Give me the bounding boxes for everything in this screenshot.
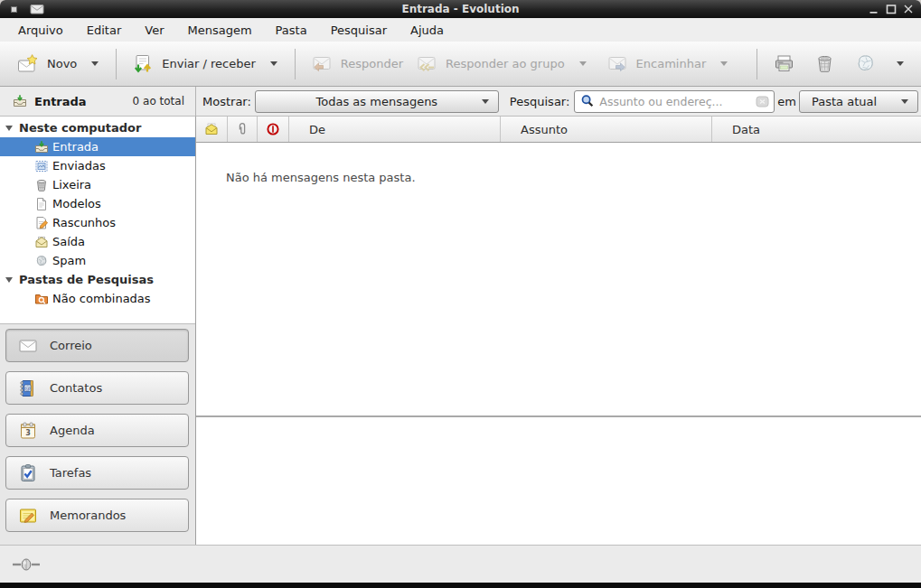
bottom-panel-strip: [0, 583, 921, 588]
print-icon: [773, 52, 795, 75]
delete-button[interactable]: [807, 48, 842, 79]
new-message-menu-button[interactable]: [83, 49, 107, 79]
toolbar: Novo Enviar / receber: [0, 42, 921, 87]
expander-icon[interactable]: [5, 126, 13, 131]
message-count: 0 ao total: [133, 95, 184, 107]
search-input[interactable]: [599, 95, 751, 108]
close-button[interactable]: [901, 3, 915, 16]
send-receive-icon: [132, 53, 154, 75]
maximize-button[interactable]: [884, 3, 898, 16]
switcher-correio-button[interactable]: Correio: [5, 329, 189, 362]
sidebar: Neste computador Entrada: [0, 117, 195, 545]
send-receive-menu-button[interactable]: [262, 49, 286, 79]
sidebar-item-label: Saída: [52, 235, 85, 248]
online-status-icon[interactable]: [12, 557, 41, 572]
reply-icon: [311, 53, 333, 75]
folder-group-pastas-de-pesquisas[interactable]: Pastas de Pesquisas: [0, 270, 195, 289]
switcher-label: Correio: [50, 339, 92, 352]
calendar-icon: 3: [18, 421, 38, 441]
column-label: De: [309, 123, 325, 136]
message-list: Não há mensagens nesta pasta.: [196, 143, 921, 415]
switcher-label: Tarefas: [50, 466, 91, 480]
toolbar-separator: [116, 49, 117, 79]
toolbar-overflow-button[interactable]: [888, 49, 912, 79]
column-de[interactable]: De: [289, 117, 501, 142]
titlebar: Entrada - Evolution: [0, 0, 921, 18]
preview-pane: [196, 417, 921, 545]
sidebar-item-rascunhos[interactable]: Rascunhos: [0, 213, 195, 232]
reply-all-icon: [416, 53, 437, 75]
switcher-tarefas-button[interactable]: Tarefas: [5, 456, 189, 490]
sidebar-item-entrada[interactable]: Entrada: [0, 137, 195, 156]
switcher-contatos-button[interactable]: @ Contatos: [5, 371, 189, 405]
menu-mensagem[interactable]: Mensagem: [176, 20, 264, 41]
pesquisar-label: Pesquisar:: [510, 95, 570, 108]
sidebar-item-nao-combinadas[interactable]: Não combinadas: [0, 289, 195, 308]
new-message-label: Novo: [47, 57, 77, 70]
priority-icon: [266, 122, 280, 136]
sidebar-item-enviadas[interactable]: Enviadas: [0, 156, 195, 175]
switcher-agenda-button[interactable]: 3 Agenda: [5, 414, 189, 447]
menu-pasta[interactable]: Pasta: [264, 20, 319, 41]
toolbar-overflow-icon: [897, 61, 904, 66]
search-scope-dropdown[interactable]: Pasta atual: [799, 90, 918, 113]
column-label: Data: [732, 123, 760, 136]
column-label: Assunto: [521, 123, 568, 136]
menu-arquivo[interactable]: Arquivo: [6, 20, 75, 41]
send-receive-button[interactable]: Enviar / receber: [126, 48, 262, 80]
chevron-down-icon: [720, 61, 728, 66]
message-area: De Assunto Data Não há mensagens nesta p…: [196, 117, 921, 545]
forward-menu-button[interactable]: [712, 49, 736, 79]
reply-button[interactable]: Responder: [305, 48, 409, 80]
memos-icon: [18, 506, 38, 526]
column-priority[interactable]: [258, 117, 289, 142]
sidebar-item-lixeira[interactable]: Lixeira: [0, 175, 195, 194]
sidebar-item-label: Não combinadas: [52, 292, 151, 305]
sidebar-item-label: Lixeira: [52, 178, 91, 191]
search-box: [574, 90, 775, 113]
mostrar-label: Mostrar:: [202, 95, 251, 108]
folder-group-neste-computador[interactable]: Neste computador: [0, 118, 195, 137]
switcher-memorandos-button[interactable]: Memorandos: [5, 499, 189, 532]
contacts-icon: @: [18, 378, 38, 398]
menu-ajuda[interactable]: Ajuda: [399, 20, 456, 41]
em-label: em: [777, 95, 796, 108]
junk-icon: [854, 52, 877, 75]
reply-all-menu-button[interactable]: [571, 49, 595, 79]
inbox-icon: [13, 94, 27, 108]
column-attachment[interactable]: [228, 117, 258, 142]
sidebar-item-label: Rascunhos: [52, 216, 116, 229]
switcher-label: Memorandos: [50, 509, 126, 522]
reply-all-button[interactable]: Responder ao grupo: [409, 48, 571, 80]
search-scope-value: Pasta atual: [812, 95, 877, 108]
svg-text:@: @: [24, 384, 31, 391]
print-button[interactable]: [766, 48, 802, 79]
mail-icon: [18, 336, 38, 356]
attachment-icon: [235, 122, 249, 136]
sidebar-item-modelos[interactable]: Modelos: [0, 194, 195, 213]
menu-ver[interactable]: Ver: [133, 20, 175, 41]
sidebar-item-label: Enviadas: [52, 159, 106, 173]
trash-icon: [34, 178, 49, 192]
junk-folder-icon: [34, 254, 49, 268]
sidebar-item-spam[interactable]: Spam: [0, 251, 195, 270]
column-data[interactable]: Data: [712, 117, 921, 142]
forward-label: Encaminhar: [636, 57, 707, 70]
column-assunto[interactable]: Assunto: [501, 117, 712, 142]
expander-icon[interactable]: [5, 277, 13, 283]
new-message-button[interactable]: Novo: [11, 48, 83, 80]
forward-button[interactable]: Encaminhar: [600, 48, 713, 80]
sidebar-item-saida[interactable]: Saída: [0, 232, 195, 251]
column-read-status[interactable]: [196, 117, 228, 142]
toolbar-separator: [757, 49, 757, 79]
minimize-button[interactable]: [867, 3, 880, 16]
message-list-header: De Assunto Data: [196, 117, 921, 143]
junk-button[interactable]: [848, 48, 883, 79]
message-filter-dropdown[interactable]: Todas as mensagens: [255, 90, 499, 113]
search-icon: [580, 94, 595, 108]
clear-search-icon[interactable]: [756, 95, 769, 108]
menu-editar[interactable]: Editar: [75, 20, 134, 41]
window-menu-icon[interactable]: [11, 6, 17, 13]
status-bar: [0, 545, 921, 583]
menu-pesquisar[interactable]: Pesquisar: [319, 20, 399, 41]
